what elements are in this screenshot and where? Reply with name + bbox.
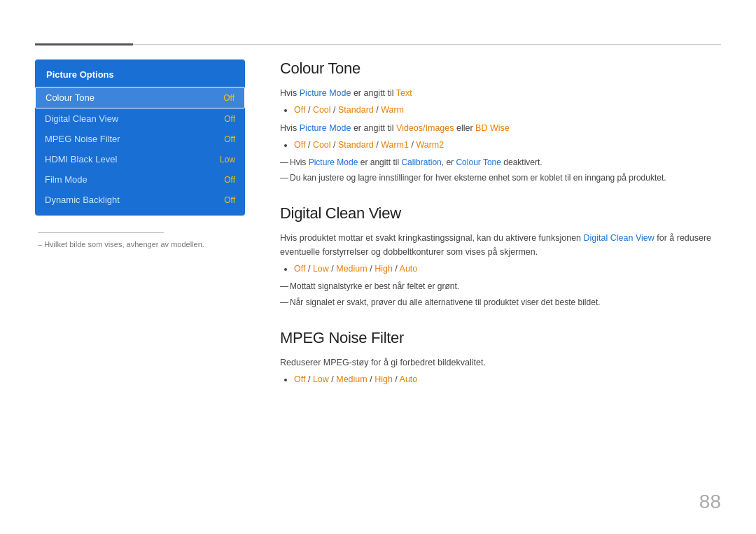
bullet-item: Off / Low / Medium / High / Auto: [294, 372, 721, 386]
opt-off: Off: [294, 140, 305, 150]
dash-note-external: Du kan justere og lagre innstillinger fo…: [280, 171, 721, 185]
opt-cool: Cool: [313, 140, 331, 150]
dash-note-signal: Mottatt signalstyrke er best når feltet …: [280, 280, 721, 293]
dcv-low: Low: [313, 264, 329, 274]
menu-item-label: MPEG Noise Filter: [45, 134, 120, 144]
left-note-text: – Hvilket bilde som vises, avhenger av m…: [38, 240, 245, 248]
text-link1: Text: [396, 88, 412, 98]
menu-item-label: HDMI Black Level: [45, 154, 117, 164]
dash-note-calibration: Hvis Picture Mode er angitt til Calibrat…: [280, 156, 721, 169]
menu-item-dynamic-backlight[interactable]: Dynamic Backlight Off: [35, 190, 245, 210]
section-mpeg-body: Reduserer MPEG-støy for å gi forbedret b…: [280, 356, 721, 386]
menu-item-label: Digital Clean View: [45, 113, 118, 124]
menu-item-digital-clean-view[interactable]: Digital Clean View Off: [35, 108, 245, 129]
menu-item-value: Off: [224, 175, 235, 185]
menu-item-mpeg-noise-filter[interactable]: MPEG Noise Filter Off: [35, 129, 245, 149]
section-digital-clean-view: Digital Clean View Hvis produktet mottar…: [280, 204, 721, 309]
right-content: Colour Tone Hvis Picture Mode er angitt …: [280, 59, 721, 406]
mpeg-auto: Auto: [400, 374, 418, 384]
mpeg-bullets: Off / Low / Medium / High / Auto: [294, 372, 721, 386]
mpeg-intro: Reduserer MPEG-støy for å gi forbedret b…: [280, 356, 721, 370]
dash-note-weak: Når signalet er svakt, prøver du alle al…: [280, 296, 721, 309]
dcv-link: Digital Clean View: [584, 233, 654, 243]
option-cool: Cool: [313, 105, 331, 115]
section-mpeg-noise-filter: MPEG Noise Filter Reduserer MPEG-støy fo…: [280, 329, 721, 386]
opt-warm1: Warm1: [381, 140, 409, 150]
videos-images-link: Videos/Images: [396, 123, 454, 133]
picture-options-title: Picture Options: [35, 65, 245, 87]
bullet-item: Off / Low / Medium / High / Auto: [294, 262, 721, 276]
section-mpeg-title: MPEG Noise Filter: [280, 329, 721, 347]
menu-item-value: Off: [224, 134, 235, 144]
menu-item-hdmi-black-level[interactable]: HDMI Black Level Low: [35, 149, 245, 169]
section-dcv-title: Digital Clean View: [280, 204, 721, 223]
opt-standard: Standard: [338, 140, 374, 150]
picture-options-box: Picture Options Colour Tone Off Digital …: [35, 59, 245, 216]
mpeg-high: High: [374, 374, 393, 384]
section-dcv-body: Hvis produktet mottar et svakt kringkast…: [280, 231, 721, 309]
rule-right: [133, 44, 721, 45]
left-note: – Hvilket bilde som vises, avhenger av m…: [35, 232, 245, 248]
menu-item-value: Off: [224, 195, 235, 205]
section-colour-tone-body: Hvis Picture Mode er angitt til Text Off…: [280, 86, 721, 185]
menu-item-colour-tone[interactable]: Colour Tone Off: [35, 87, 245, 108]
menu-item-label: Film Mode: [45, 174, 88, 185]
menu-item-label: Colour Tone: [46, 92, 94, 103]
page-number: 88: [699, 491, 721, 513]
option-warm: Warm: [381, 105, 404, 115]
option-off: Off: [294, 105, 305, 115]
menu-item-label: Dynamic Backlight: [45, 195, 120, 205]
colour-tone-bullets1: Off / Cool / Standard / Warm: [294, 103, 721, 117]
option-standard: Standard: [338, 105, 374, 115]
rule-left: [35, 43, 133, 45]
section-colour-tone: Colour Tone Hvis Picture Mode er angitt …: [280, 59, 721, 185]
picture-mode-link2: Picture Mode: [300, 123, 351, 133]
opt-warm2: Warm2: [416, 140, 444, 150]
left-panel: Picture Options Colour Tone Off Digital …: [35, 59, 245, 248]
menu-item-value: Off: [223, 93, 234, 103]
dcv-intro: Hvis produktet mottar et svakt kringkast…: [280, 231, 721, 259]
dcv-auto: Auto: [400, 264, 418, 274]
top-rules: [35, 43, 721, 45]
menu-item-value: Low: [220, 155, 235, 164]
picture-mode-link3: Picture Mode: [309, 157, 358, 167]
colour-tone-para1: Hvis Picture Mode er angitt til Text: [280, 86, 721, 100]
menu-item-value: Off: [224, 114, 235, 124]
mpeg-low: Low: [313, 374, 329, 384]
mpeg-off: Off: [294, 374, 305, 384]
colour-tone-para2: Hvis Picture Mode er angitt til Videos/I…: [280, 121, 721, 135]
menu-item-film-mode[interactable]: Film Mode Off: [35, 169, 245, 190]
dcv-high: High: [374, 264, 393, 274]
bullet-item: Off / Cool / Standard / Warm: [294, 103, 721, 117]
bd-wise-link: BD Wise: [475, 123, 510, 133]
picture-mode-link1: Picture Mode: [300, 88, 351, 98]
mpeg-medium: Medium: [336, 374, 367, 384]
bullet-item: Off / Cool / Standard / Warm1 / Warm2: [294, 138, 721, 152]
calibration-link: Calibration: [401, 157, 441, 167]
colour-tone-bullets2: Off / Cool / Standard / Warm1 / Warm2: [294, 138, 721, 152]
dcv-off: Off: [294, 264, 305, 274]
colour-tone-link: Colour Tone: [456, 157, 501, 167]
section-colour-tone-title: Colour Tone: [280, 59, 721, 78]
dcv-medium: Medium: [336, 264, 367, 274]
left-note-rule: [38, 232, 164, 233]
dcv-bullets: Off / Low / Medium / High / Auto: [294, 262, 721, 276]
